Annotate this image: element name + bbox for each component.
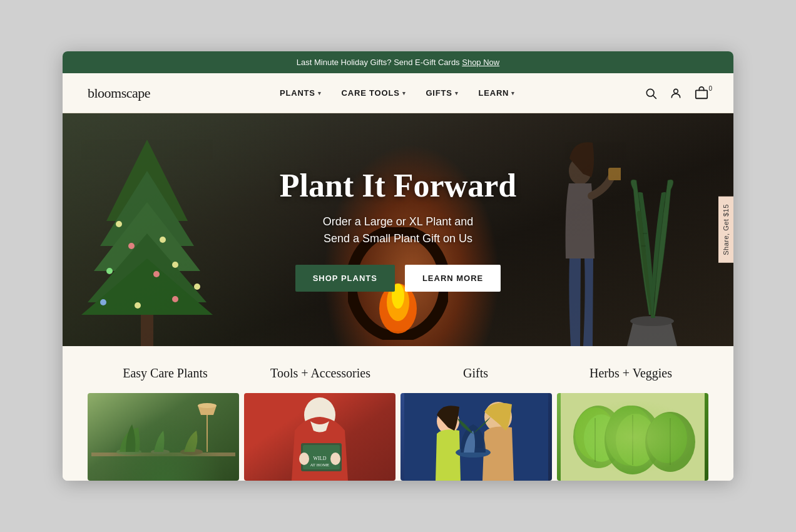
svg-point-53 — [645, 412, 695, 472]
category-label-herbs[interactable]: Herbs + Veggies — [553, 366, 708, 381]
chevron-down-icon: ▾ — [402, 90, 406, 96]
svg-point-54 — [647, 413, 687, 463]
nav-item-care-tools[interactable]: CARE TOOLS ▾ — [342, 88, 406, 98]
svg-point-32 — [180, 449, 203, 455]
shop-plants-button[interactable]: SHOP PLANTS — [295, 265, 395, 292]
nav-label-learn: LEARN — [479, 88, 509, 98]
svg-point-48 — [575, 407, 615, 460]
svg-point-31 — [151, 449, 170, 454]
shop-now-link[interactable]: Shop Now — [462, 58, 499, 67]
chevron-down-icon: ▾ — [455, 90, 459, 96]
svg-point-52 — [616, 414, 656, 466]
categories-section: Easy Care Plants Tools + Accessories Gif… — [63, 346, 733, 481]
nav-label-gifts: GIFTS — [426, 88, 452, 98]
hero-content: Plant It Forward Order a Large or XL Pla… — [63, 113, 733, 346]
svg-rect-46 — [561, 393, 705, 481]
nav-label-care-tools: CARE TOOLS — [342, 88, 400, 98]
logo[interactable]: bloomscape — [88, 85, 150, 101]
category-image-gifts[interactable] — [401, 393, 552, 481]
announcement-bar: Last Minute Holiday Gifts? Send E-Gift C… — [63, 51, 733, 73]
svg-point-41 — [330, 453, 340, 465]
nav-item-learn[interactable]: LEARN ▾ — [479, 88, 516, 98]
svg-point-50 — [605, 406, 661, 474]
share-tab[interactable]: Share, Get $15 — [718, 197, 733, 263]
category-image-easy-care[interactable] — [88, 393, 239, 481]
svg-point-47 — [573, 406, 623, 468]
svg-rect-29 — [91, 453, 235, 456]
search-icon[interactable] — [645, 87, 657, 100]
hero-subtitle: Order a Large or XL Plant and Send a Sma… — [323, 213, 473, 247]
nav-item-gifts[interactable]: GIFTS ▾ — [426, 88, 458, 98]
svg-point-2 — [674, 89, 678, 93]
svg-text:WILD: WILD — [314, 456, 327, 461]
category-label-gifts[interactable]: Gifts — [398, 366, 553, 381]
account-icon[interactable] — [670, 87, 682, 100]
chevron-down-icon: ▾ — [511, 90, 515, 96]
category-label-easy-care[interactable]: Easy Care Plants — [88, 366, 243, 381]
category-image-herbs[interactable] — [557, 393, 708, 481]
hero-title: Plant It Forward — [280, 168, 516, 203]
header: bloomscape PLANTS ▾ CARE TOOLS ▾ GIFTS ▾… — [63, 73, 733, 113]
svg-point-30 — [116, 449, 141, 455]
svg-point-34 — [198, 403, 217, 408]
chevron-down-icon: ▾ — [318, 90, 322, 96]
categories-images: WILD AT HOME — [88, 393, 708, 481]
learn-more-button[interactable]: LEARN MORE — [405, 265, 501, 292]
cart-icon[interactable]: 0 — [695, 86, 708, 100]
svg-line-1 — [653, 95, 656, 98]
nav-item-plants[interactable]: PLANTS ▾ — [280, 88, 322, 98]
cart-count: 0 — [708, 85, 712, 92]
svg-point-51 — [606, 406, 653, 466]
svg-point-40 — [299, 453, 309, 465]
category-label-tools[interactable]: Tools + Accessories — [243, 366, 398, 381]
hero-section: Plant It Forward Order a Large or XL Pla… — [63, 113, 733, 346]
nav-label-plants: PLANTS — [280, 88, 315, 98]
main-nav: PLANTS ▾ CARE TOOLS ▾ GIFTS ▾ LEARN ▾ — [280, 88, 515, 98]
announcement-text: Last Minute Holiday Gifts? Send E-Gift C… — [297, 58, 462, 67]
browser-frame: Last Minute Holiday Gifts? Send E-Gift C… — [63, 51, 733, 481]
categories-header: Easy Care Plants Tools + Accessories Gif… — [88, 366, 708, 381]
header-icons: 0 — [645, 86, 708, 100]
svg-text:AT HOME: AT HOME — [310, 463, 330, 468]
svg-rect-3 — [696, 90, 707, 98]
category-image-tools[interactable]: WILD AT HOME — [244, 393, 395, 481]
svg-point-49 — [584, 414, 619, 462]
nav-menu: PLANTS ▾ CARE TOOLS ▾ GIFTS ▾ LEARN ▾ — [280, 88, 515, 98]
hero-buttons: SHOP PLANTS LEARN MORE — [295, 265, 501, 292]
